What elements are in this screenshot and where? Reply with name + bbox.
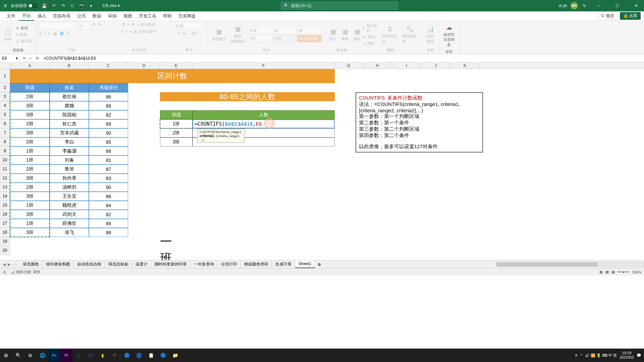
cell-E8[interactable]: 3班 <box>160 137 193 146</box>
row-header-5[interactable]: 5 <box>0 110 10 119</box>
new-sheet-button[interactable]: ⊕ <box>315 262 324 267</box>
tab-formula[interactable]: 公式 <box>74 12 89 20</box>
col-header-I[interactable]: I <box>392 62 421 69</box>
cell-B2[interactable]: 姓名 <box>50 83 89 92</box>
cell-A12[interactable]: 3班 <box>10 174 50 183</box>
sheet-nav-more-icon[interactable]: ⋯ <box>13 262 17 267</box>
qat-more-icon[interactable]: ▾ <box>89 3 94 9</box>
col-header-E[interactable]: E <box>160 62 193 69</box>
taskbar-ps-icon[interactable]: Ps <box>48 349 60 362</box>
cond-format-button[interactable]: ▦条件格式 <box>210 26 228 43</box>
comma-icon[interactable]: , <box>188 32 189 36</box>
taskbar-taskview-icon[interactable]: ⧉ <box>24 349 36 362</box>
wrap-text-button[interactable]: ⤶ 自动换行 <box>137 22 155 27</box>
increase-font-icon[interactable]: A↑ <box>92 22 97 29</box>
cell-B16[interactable]: 武则天 <box>50 210 89 219</box>
col-header-H[interactable]: H <box>363 62 392 69</box>
row-header-11[interactable]: 11 <box>0 165 10 174</box>
row-header-6[interactable]: 6 <box>0 119 10 128</box>
border-button[interactable]: ▦ <box>53 32 57 36</box>
autosum-button[interactable]: Σ 自动求和 <box>361 23 379 34</box>
name-box-input[interactable] <box>2 56 15 61</box>
taskbar-powerbi-icon[interactable]: ▮ <box>97 349 109 362</box>
underline-button[interactable]: U <box>48 32 51 36</box>
cell-B4[interactable]: 嫦娥 <box>50 101 89 110</box>
sheet-tab-10[interactable]: Sheet1 <box>295 260 315 268</box>
number-format-select[interactable]: 常规 <box>174 22 204 29</box>
col-header-G[interactable]: G <box>335 62 363 69</box>
cell-C14[interactable]: 88 <box>89 192 128 201</box>
cell-B3[interactable]: 蔡壮保 <box>50 92 89 101</box>
row-header-1[interactable]: 1 <box>0 69 10 83</box>
name-box[interactable]: ▾ <box>0 56 20 61</box>
filter-icon[interactable]: ▽ <box>69 3 75 9</box>
fill-color-button[interactable]: 🪣 <box>59 32 64 36</box>
view-pagebreak-icon[interactable]: ▦ <box>611 270 615 274</box>
cell-A6[interactable]: 2班 <box>10 119 50 128</box>
sheet-nav-prev-icon[interactable]: ◀ <box>3 262 6 267</box>
camera-icon[interactable]: 📷 <box>78 3 86 9</box>
filename[interactable]: 3月.xlsx ▾ <box>102 3 120 9</box>
sheet-tab-7[interactable]: 分页打印 <box>218 260 241 268</box>
col-header-D[interactable]: D <box>128 62 160 69</box>
cell-B7[interactable]: 宫本武藏 <box>50 128 89 137</box>
view-layout-icon[interactable]: ▦ <box>605 270 609 274</box>
cell-B15[interactable]: 魏晗虎 <box>50 201 89 210</box>
auto-save-toggle[interactable]: 自动保存 <box>11 3 38 9</box>
cell-A10[interactable]: 1班 <box>10 156 50 165</box>
col-header-A[interactable]: A <box>10 62 50 69</box>
delete-button[interactable]: ▦删除 <box>340 26 351 43</box>
currency-icon[interactable]: ¥ <box>178 32 180 36</box>
tab-view[interactable]: 视图 <box>120 12 136 20</box>
insert-button[interactable]: ▦插入 <box>328 26 338 43</box>
cell-C15[interactable]: 84 <box>89 201 128 210</box>
style-normal[interactable]: 常规 <box>248 27 272 34</box>
name-box-dropdown-icon[interactable]: ▾ <box>16 56 18 61</box>
row-header-7[interactable]: 7 <box>0 128 10 137</box>
fill-button[interactable]: ▼ 填充 <box>361 34 379 40</box>
pen-icon[interactable]: ✎ <box>581 3 588 9</box>
row-header-19[interactable]: 19 <box>0 237 10 246</box>
col-header-K[interactable]: K <box>450 62 480 69</box>
style-neutral[interactable]: 适中 <box>248 35 272 42</box>
comments-button[interactable]: 🗨 批注 <box>598 12 617 20</box>
sheet-tab-1[interactable]: 组织者架构图 <box>43 260 74 268</box>
maximize-button[interactable]: ☐ <box>610 0 625 11</box>
cell-A16[interactable]: 3班 <box>10 210 50 219</box>
sheet-tab-8[interactable]: 根据颜色求和 <box>241 260 272 268</box>
cell-B13[interactable]: 汤晔邦 <box>50 183 89 192</box>
align-middle-icon[interactable]: ≡ <box>127 22 129 27</box>
format-painter-button[interactable]: 🖌 格式刷 <box>15 38 34 44</box>
select-all-corner[interactable] <box>0 62 10 69</box>
search-box[interactable]: 🔍 搜索(Alt+Q) <box>281 2 398 10</box>
row-header-12[interactable]: 12 <box>0 174 10 183</box>
increase-decimal-icon[interactable]: .00→ <box>191 32 200 36</box>
cell-E3[interactable]: 80-85之间的人数 <box>160 92 335 101</box>
taskbar-search-icon[interactable]: 🔍 <box>12 349 24 362</box>
taskbar-chrome-icon[interactable]: 🌐 <box>36 349 48 362</box>
cell-A9[interactable]: 1班 <box>10 146 50 156</box>
clear-button[interactable]: ◇ 清除 <box>361 41 379 46</box>
percent-icon[interactable]: % <box>182 32 186 36</box>
tray-weather-icon[interactable]: ☀ <box>575 353 578 358</box>
save-cloud-button[interactable]: ☁保存到 百度网盘 <box>442 22 456 49</box>
horizontal-scrollbar[interactable] <box>496 262 644 267</box>
row-header-8[interactable]: 8 <box>0 137 10 146</box>
decrease-font-icon[interactable]: A↓ <box>98 22 102 29</box>
cell-A14[interactable]: 3班 <box>10 192 50 201</box>
sheet-tab-9[interactable]: 生成字母 <box>272 260 295 268</box>
cell-B5[interactable]: 陈国柏 <box>50 110 89 119</box>
row-header-2[interactable]: 2 <box>0 83 10 92</box>
taskbar-edge-icon[interactable]: 🌀 <box>133 349 145 362</box>
sheet-tab-3[interactable]: 筛选后粘贴 <box>105 260 132 268</box>
user-avatar[interactable]: WY <box>571 2 578 9</box>
cell-A17[interactable]: 1班 <box>10 219 50 228</box>
cell-C5[interactable]: 82 <box>89 110 128 119</box>
cell-C7[interactable]: 90 <box>89 128 128 137</box>
cell-C13[interactable]: 90 <box>89 183 128 192</box>
cell-B17[interactable]: 薛佛世 <box>50 219 89 228</box>
cell-F5[interactable]: 人数 <box>193 110 335 119</box>
cell-C16[interactable]: 82 <box>89 210 128 219</box>
undo-icon[interactable]: ↶ <box>51 3 57 9</box>
align-left-icon[interactable]: ≡ <box>121 29 123 34</box>
